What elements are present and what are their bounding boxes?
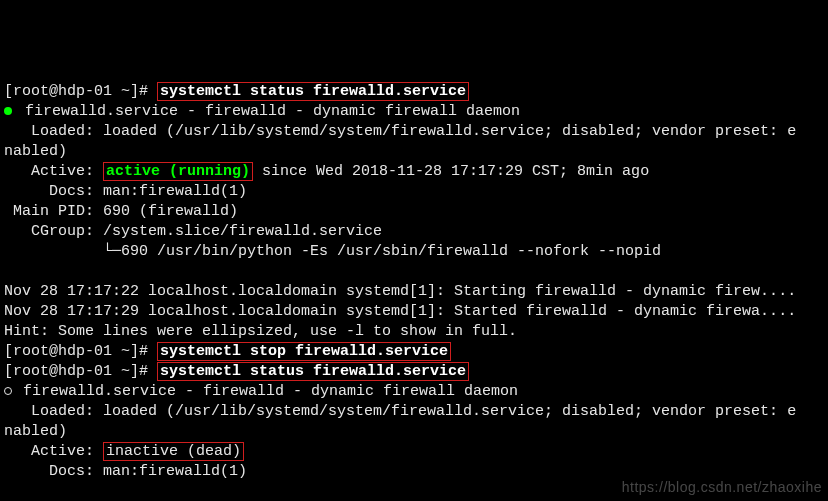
prompt: [root@hdp-01 ~]# (4, 83, 157, 100)
docs-line-2: Docs: man:firewalld(1) (4, 463, 247, 480)
active-since-1: since Wed 2018-11-28 17:17:29 CST; 8min … (253, 163, 649, 180)
loaded-line-2a: Loaded: loaded (/usr/lib/systemd/system/… (4, 403, 796, 420)
loaded-line-2b: nabled) (4, 423, 67, 440)
command-stop: systemctl stop firewalld.service (157, 342, 451, 361)
service-header-2: firewalld.service - firewalld - dynamic … (14, 383, 518, 400)
docs-line-1: Docs: man:firewalld(1) (4, 183, 247, 200)
hint-line-1: Hint: Some lines were ellipsized, use -l… (4, 323, 517, 340)
terminal-output[interactable]: [root@hdp-01 ~]# systemctl status firewa… (4, 82, 824, 501)
prompt: [root@hdp-01 ~]# (4, 343, 157, 360)
log-line: Nov 28 17:17:22 localhost.localdomain sy… (4, 283, 796, 300)
status-dot-inactive-icon (4, 387, 12, 395)
log-line: Nov 28 17:17:29 localhost.localdomain sy… (4, 303, 796, 320)
active-label-2: Active: (4, 443, 103, 460)
active-state-running: active (running) (103, 162, 253, 181)
loaded-line-1b: nabled) (4, 143, 67, 160)
service-header-1: firewalld.service - firewalld - dynamic … (16, 103, 520, 120)
active-state-dead: inactive (dead) (103, 442, 244, 461)
cgroup-tree-line: └─690 /usr/bin/python -Es /usr/sbin/fire… (4, 243, 661, 260)
status-dot-active-icon (4, 107, 12, 115)
cgroup-line-1: CGroup: /system.slice/firewalld.service (4, 223, 382, 240)
active-label-1: Active: (4, 163, 103, 180)
command-status-1: systemctl status firewalld.service (157, 82, 469, 101)
prompt: [root@hdp-01 ~]# (4, 363, 157, 380)
command-status-2: systemctl status firewalld.service (157, 362, 469, 381)
main-pid-line: Main PID: 690 (firewalld) (4, 203, 238, 220)
loaded-line-1a: Loaded: loaded (/usr/lib/systemd/system/… (4, 123, 796, 140)
